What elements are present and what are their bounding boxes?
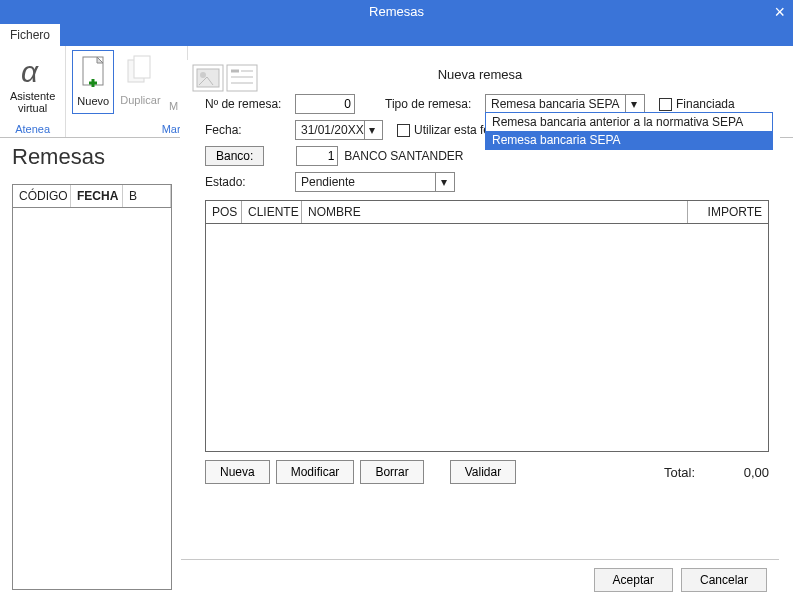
new-doc-icon <box>77 53 109 93</box>
duplicar-label: Duplicar <box>120 94 160 106</box>
tab-fichero[interactable]: Fichero <box>0 24 60 46</box>
tipo-remesa-dropdown: Remesa bancaria anterior a la normativa … <box>485 112 773 150</box>
label-tipo: Tipo de remesa: <box>385 97 485 111</box>
borrar-button[interactable]: Borrar <box>360 460 423 484</box>
svg-rect-6 <box>134 56 150 78</box>
utilizar-checkbox[interactable]: Utilizar esta fe <box>397 123 490 137</box>
col-codigo[interactable]: CÓDIGO <box>13 185 71 207</box>
chevron-down-icon[interactable]: ▾ <box>625 95 641 113</box>
modificar-button[interactable]: Modificar <box>276 460 355 484</box>
nuevo-button[interactable]: Nuevo <box>72 50 114 114</box>
detail-actions: Nueva Modificar Borrar Validar Total: 0,… <box>205 460 769 484</box>
utilizar-label: Utilizar esta fe <box>414 123 490 137</box>
fecha-input[interactable]: 31/01/20XX ▾ <box>295 120 383 140</box>
svg-rect-10 <box>227 65 257 91</box>
banco-code-input[interactable] <box>296 146 338 166</box>
total-label: Total: <box>664 465 695 480</box>
estado-value: Pendiente <box>299 175 435 189</box>
col-cliente[interactable]: CLIENTE <box>242 201 302 223</box>
svg-point-9 <box>200 72 206 78</box>
background-grid-header: CÓDIGO FECHA B <box>13 185 171 208</box>
checkbox-icon <box>659 98 672 111</box>
aceptar-button[interactable]: Aceptar <box>594 568 673 592</box>
checkbox-icon <box>397 124 410 137</box>
validar-button[interactable]: Validar <box>450 460 516 484</box>
banco-name: BANCO SANTANDER <box>344 149 463 163</box>
tipo-value: Remesa bancaria SEPA <box>489 97 625 111</box>
svg-text:α: α <box>21 55 39 88</box>
estado-combo[interactable]: Pendiente ▾ <box>295 172 455 192</box>
nuevo-label: Nuevo <box>77 95 109 107</box>
col-b[interactable]: B <box>123 185 171 207</box>
page-title: Remesas <box>0 138 117 172</box>
n-remesa-input[interactable] <box>295 94 355 114</box>
total-value: 0,00 <box>719 465 769 480</box>
detail-grid: POS CLIENTE NOMBRE IMPORTE <box>205 200 769 452</box>
cancelar-button[interactable]: Cancelar <box>681 568 767 592</box>
tipo-option-1[interactable]: Remesa bancaria SEPA <box>486 131 772 149</box>
asistente-virtual-button[interactable]: α Asistente virtual <box>6 50 59 116</box>
detail-grid-body[interactable] <box>206 224 768 451</box>
col-fecha[interactable]: FECHA <box>71 185 123 207</box>
duplicar-button[interactable]: Duplicar <box>116 50 164 114</box>
financiada-label: Financiada <box>676 97 735 111</box>
label-n-remesa: Nº de remesa: <box>205 97 295 111</box>
nueva-button[interactable]: Nueva <box>205 460 270 484</box>
col-pos[interactable]: POS <box>206 201 242 223</box>
m-label: M <box>169 100 178 112</box>
dialog-nueva-remesa: Nueva remesa Nº de remesa: Tipo de remes… <box>180 60 780 600</box>
dialog-title: Nueva remesa <box>181 61 779 88</box>
duplicate-icon <box>124 52 156 92</box>
ribbon-caption-main: Mar <box>72 123 180 135</box>
alpha-icon: α <box>17 52 49 88</box>
chevron-down-icon[interactable]: ▾ <box>364 121 379 139</box>
label-estado: Estado: <box>205 175 295 189</box>
m-button[interactable]: M <box>167 50 181 114</box>
label-fecha: Fecha: <box>205 123 295 137</box>
close-icon[interactable]: × <box>774 0 785 24</box>
dialog-footer: Aceptar Cancelar <box>181 559 779 599</box>
chevron-down-icon[interactable]: ▾ <box>435 173 451 191</box>
col-importe[interactable]: IMPORTE <box>688 201 768 223</box>
dialog-form: Nº de remesa: Tipo de remesa: Remesa ban… <box>181 88 779 194</box>
ribbon-caption-atenea: Atenea <box>6 123 59 135</box>
col-nombre[interactable]: NOMBRE <box>302 201 688 223</box>
titlebar: Remesas × <box>0 0 793 24</box>
tipo-option-0[interactable]: Remesa bancaria anterior a la normativa … <box>486 113 772 131</box>
financiada-checkbox[interactable]: Financiada <box>659 97 735 111</box>
ribbon-group-main: Nuevo Duplicar M Mar <box>66 46 187 137</box>
tipo-remesa-combo[interactable]: Remesa bancaria SEPA ▾ <box>485 94 645 114</box>
window-title: Remesas <box>369 4 424 19</box>
detail-grid-header: POS CLIENTE NOMBRE IMPORTE <box>206 201 768 224</box>
ribbon-group-atenea: α Asistente virtual Atenea <box>0 46 66 137</box>
asistente-label: Asistente virtual <box>10 90 55 114</box>
background-grid: CÓDIGO FECHA B <box>12 184 172 590</box>
banco-button[interactable]: Banco: <box>205 146 264 166</box>
menu-bar: Fichero <box>0 24 793 46</box>
fecha-value: 31/01/20XX <box>299 123 364 137</box>
